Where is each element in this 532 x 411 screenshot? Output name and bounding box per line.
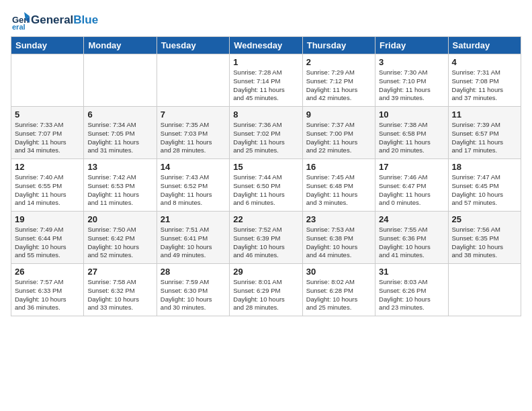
day-number: 23 <box>306 214 371 224</box>
day-info: Sunrise: 7:51 AM Sunset: 6:41 PM Dayligh… <box>161 226 226 260</box>
day-number: 11 <box>452 109 517 120</box>
day-cell <box>11 54 84 107</box>
day-info: Sunrise: 7:46 AM Sunset: 6:47 PM Dayligh… <box>379 173 444 208</box>
day-cell: 24Sunrise: 7:55 AM Sunset: 6:36 PM Dayli… <box>375 212 448 264</box>
day-number: 4 <box>452 57 517 67</box>
day-number: 16 <box>306 162 371 172</box>
day-number: 19 <box>15 214 80 224</box>
day-info: Sunrise: 7:45 AM Sunset: 6:48 PM Dayligh… <box>306 173 371 208</box>
day-cell: 7Sunrise: 7:35 AM Sunset: 7:03 PM Daylig… <box>157 107 229 159</box>
day-cell: 8Sunrise: 7:36 AM Sunset: 7:02 PM Daylig… <box>230 107 302 159</box>
day-cell: 11Sunrise: 7:39 AM Sunset: 6:57 PM Dayli… <box>448 107 521 159</box>
day-number: 5 <box>15 109 80 120</box>
day-info: Sunrise: 7:35 AM Sunset: 7:03 PM Dayligh… <box>161 121 226 155</box>
header: Gen eral GeneralBlue <box>11 11 521 30</box>
day-cell: 22Sunrise: 7:52 AM Sunset: 6:39 PM Dayli… <box>230 212 302 264</box>
day-cell: 26Sunrise: 7:57 AM Sunset: 6:33 PM Dayli… <box>11 264 84 316</box>
day-info: Sunrise: 7:56 AM Sunset: 6:35 PM Dayligh… <box>452 226 517 260</box>
day-cell: 31Sunrise: 8:03 AM Sunset: 6:26 PM Dayli… <box>375 264 448 316</box>
day-number: 27 <box>87 267 152 277</box>
day-cell: 27Sunrise: 7:58 AM Sunset: 6:32 PM Dayli… <box>84 264 157 316</box>
day-cell: 21Sunrise: 7:51 AM Sunset: 6:41 PM Dayli… <box>157 212 229 264</box>
day-number: 13 <box>87 162 152 172</box>
day-number: 1 <box>233 57 298 67</box>
day-cell: 6Sunrise: 7:34 AM Sunset: 7:05 PM Daylig… <box>84 107 157 159</box>
day-cell: 14Sunrise: 7:43 AM Sunset: 6:52 PM Dayli… <box>157 159 229 212</box>
day-info: Sunrise: 7:47 AM Sunset: 6:45 PM Dayligh… <box>452 173 517 208</box>
day-cell: 5Sunrise: 7:33 AM Sunset: 7:07 PM Daylig… <box>11 107 84 159</box>
weekday-friday: Friday <box>375 37 448 54</box>
day-info: Sunrise: 7:59 AM Sunset: 6:30 PM Dayligh… <box>161 278 226 312</box>
day-number: 31 <box>379 267 444 277</box>
day-cell: 3Sunrise: 7:30 AM Sunset: 7:10 PM Daylig… <box>375 54 448 107</box>
day-info: Sunrise: 7:28 AM Sunset: 7:14 PM Dayligh… <box>233 68 298 103</box>
calendar-body: 1Sunrise: 7:28 AM Sunset: 7:14 PM Daylig… <box>11 54 521 316</box>
day-number: 28 <box>161 267 226 277</box>
day-info: Sunrise: 7:36 AM Sunset: 7:02 PM Dayligh… <box>233 121 298 155</box>
day-number: 9 <box>306 109 371 120</box>
day-number: 21 <box>161 214 226 224</box>
day-info: Sunrise: 7:50 AM Sunset: 6:42 PM Dayligh… <box>87 226 152 260</box>
logo-text: GeneralBlue <box>31 14 98 27</box>
day-cell <box>84 54 157 107</box>
day-info: Sunrise: 7:55 AM Sunset: 6:36 PM Dayligh… <box>379 226 444 260</box>
day-cell: 12Sunrise: 7:40 AM Sunset: 6:55 PM Dayli… <box>11 159 84 212</box>
day-cell: 2Sunrise: 7:29 AM Sunset: 7:12 PM Daylig… <box>302 54 375 107</box>
day-number: 15 <box>233 162 298 172</box>
week-row-4: 19Sunrise: 7:49 AM Sunset: 6:44 PM Dayli… <box>11 212 521 264</box>
weekday-monday: Monday <box>84 37 157 54</box>
weekday-wednesday: Wednesday <box>230 37 302 54</box>
day-info: Sunrise: 7:49 AM Sunset: 6:44 PM Dayligh… <box>15 226 80 260</box>
day-number: 8 <box>233 109 298 120</box>
day-cell: 29Sunrise: 8:01 AM Sunset: 6:29 PM Dayli… <box>230 264 302 316</box>
day-cell: 25Sunrise: 7:56 AM Sunset: 6:35 PM Dayli… <box>448 212 521 264</box>
day-number: 24 <box>379 214 444 224</box>
day-cell <box>157 54 229 107</box>
calendar-container: Gen eral GeneralBlue SundayMondayTuesday… <box>0 0 532 323</box>
day-info: Sunrise: 8:01 AM Sunset: 6:29 PM Dayligh… <box>233 278 298 312</box>
day-info: Sunrise: 7:37 AM Sunset: 7:00 PM Dayligh… <box>306 121 371 155</box>
day-cell: 4Sunrise: 7:31 AM Sunset: 7:08 PM Daylig… <box>448 54 521 107</box>
day-info: Sunrise: 7:33 AM Sunset: 7:07 PM Dayligh… <box>15 121 80 155</box>
day-number: 22 <box>233 214 298 224</box>
day-cell: 28Sunrise: 7:59 AM Sunset: 6:30 PM Dayli… <box>157 264 229 316</box>
week-row-1: 1Sunrise: 7:28 AM Sunset: 7:14 PM Daylig… <box>11 54 521 107</box>
day-info: Sunrise: 8:02 AM Sunset: 6:28 PM Dayligh… <box>306 278 371 312</box>
day-number: 6 <box>87 109 152 120</box>
week-row-5: 26Sunrise: 7:57 AM Sunset: 6:33 PM Dayli… <box>11 264 521 316</box>
day-info: Sunrise: 7:52 AM Sunset: 6:39 PM Dayligh… <box>233 226 298 260</box>
day-cell: 23Sunrise: 7:53 AM Sunset: 6:38 PM Dayli… <box>302 212 375 264</box>
day-info: Sunrise: 7:42 AM Sunset: 6:53 PM Dayligh… <box>87 173 152 208</box>
day-number: 14 <box>161 162 226 172</box>
day-info: Sunrise: 8:03 AM Sunset: 6:26 PM Dayligh… <box>379 278 444 312</box>
day-cell: 10Sunrise: 7:38 AM Sunset: 6:58 PM Dayli… <box>375 107 448 159</box>
day-info: Sunrise: 7:30 AM Sunset: 7:10 PM Dayligh… <box>379 68 444 103</box>
day-info: Sunrise: 7:44 AM Sunset: 6:50 PM Dayligh… <box>233 173 298 208</box>
day-number: 3 <box>379 57 444 67</box>
day-info: Sunrise: 7:53 AM Sunset: 6:38 PM Dayligh… <box>306 226 371 260</box>
day-number: 30 <box>306 267 371 277</box>
logo: Gen eral GeneralBlue <box>11 11 98 30</box>
day-info: Sunrise: 7:31 AM Sunset: 7:08 PM Dayligh… <box>452 68 517 103</box>
weekday-header-row: SundayMondayTuesdayWednesdayThursdayFrid… <box>11 37 521 54</box>
day-info: Sunrise: 7:40 AM Sunset: 6:55 PM Dayligh… <box>15 173 80 208</box>
day-cell: 9Sunrise: 7:37 AM Sunset: 7:00 PM Daylig… <box>302 107 375 159</box>
day-info: Sunrise: 7:57 AM Sunset: 6:33 PM Dayligh… <box>15 278 80 312</box>
day-number: 17 <box>379 162 444 172</box>
day-number: 12 <box>15 162 80 172</box>
day-info: Sunrise: 7:29 AM Sunset: 7:12 PM Dayligh… <box>306 68 371 103</box>
day-number: 7 <box>161 109 226 120</box>
day-number: 2 <box>306 57 371 67</box>
svg-text:eral: eral <box>12 23 26 30</box>
weekday-saturday: Saturday <box>448 37 521 54</box>
week-row-3: 12Sunrise: 7:40 AM Sunset: 6:55 PM Dayli… <box>11 159 521 212</box>
day-cell: 15Sunrise: 7:44 AM Sunset: 6:50 PM Dayli… <box>230 159 302 212</box>
logo-icon: Gen eral <box>11 11 30 30</box>
day-number: 20 <box>87 214 152 224</box>
day-info: Sunrise: 7:43 AM Sunset: 6:52 PM Dayligh… <box>161 173 226 208</box>
calendar-table: SundayMondayTuesdayWednesdayThursdayFrid… <box>11 36 521 316</box>
day-number: 29 <box>233 267 298 277</box>
day-info: Sunrise: 7:58 AM Sunset: 6:32 PM Dayligh… <box>87 278 152 312</box>
day-number: 18 <box>452 162 517 172</box>
day-cell: 17Sunrise: 7:46 AM Sunset: 6:47 PM Dayli… <box>375 159 448 212</box>
